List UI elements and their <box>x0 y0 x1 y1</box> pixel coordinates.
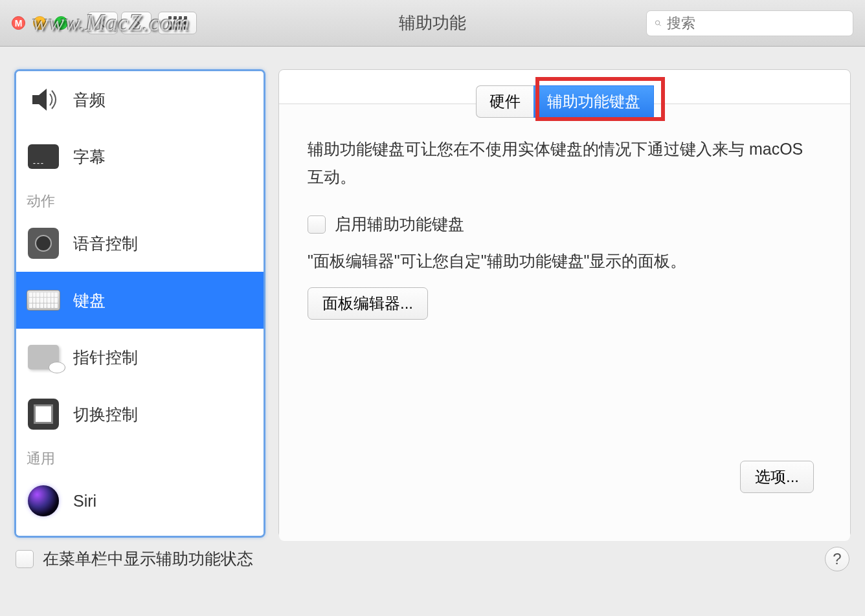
pointer-control-icon <box>27 340 60 374</box>
speaker-icon <box>27 83 60 116</box>
sidebar-item-label: 切换控制 <box>73 404 138 425</box>
search-box[interactable] <box>646 10 853 36</box>
sidebar-item-captions[interactable]: 字幕 <box>16 128 264 185</box>
description-text: 辅助功能键盘可让您在不使用实体键盘的情况下通过键入来与 macOS 互动。 <box>308 135 822 190</box>
tab-hardware[interactable]: 硬件 <box>476 85 534 118</box>
traffic-lights: M <box>12 16 68 30</box>
search-input[interactable] <box>667 15 845 32</box>
content-area: 音频 字幕 动作 语音控制 键盘 指针控制 切换控制 通用 Siri <box>0 47 865 544</box>
show-all-button[interactable] <box>158 12 197 34</box>
segment-control: 硬件 辅助功能键盘 <box>476 85 654 118</box>
help-button[interactable]: ? <box>825 547 849 571</box>
menubar-status-checkbox[interactable] <box>16 550 34 568</box>
svg-point-0 <box>655 20 659 24</box>
checkbox-label: 启用辅助功能键盘 <box>335 214 464 235</box>
forward-button[interactable] <box>121 12 152 34</box>
navigation-buttons <box>87 12 197 34</box>
sidebar-item-label: 键盘 <box>73 290 106 311</box>
svg-line-1 <box>659 24 661 26</box>
siri-icon <box>27 484 60 518</box>
sidebar-section-general: 通用 <box>16 443 264 472</box>
sidebar-item-label: 音频 <box>73 89 106 111</box>
sidebar-item-audio[interactable]: 音频 <box>16 71 264 128</box>
keyboard-icon <box>27 283 60 317</box>
main-panel: 硬件 辅助功能键盘 辅助功能键盘可让您在不使用实体键盘的情况下通过键入来与 ma… <box>278 69 851 538</box>
menubar-status-label: 在菜单栏中显示辅助功能状态 <box>43 548 253 569</box>
switch-control-icon <box>27 397 60 431</box>
enable-checkbox-row[interactable]: 启用辅助功能键盘 <box>308 214 822 235</box>
footer: 在菜单栏中显示辅助功能状态 ? <box>0 544 865 573</box>
search-icon <box>655 16 662 30</box>
chevron-right-icon <box>131 18 142 28</box>
caption-icon <box>27 140 60 173</box>
sidebar-item-shortcut[interactable]: 快捷键 <box>16 529 264 538</box>
chevron-left-icon <box>98 18 108 28</box>
panel-editor-description: "面板编辑器"可让您自定"辅助功能键盘"显示的面板。 <box>308 250 822 272</box>
enable-accessibility-keyboard-checkbox[interactable] <box>308 215 326 234</box>
zoom-window-button[interactable] <box>54 16 68 30</box>
window-title: 辅助功能 <box>399 12 466 34</box>
sidebar-item-voice-control[interactable]: 语音控制 <box>16 215 264 272</box>
options-button[interactable]: 选项... <box>740 461 814 493</box>
sidebar-section-motor: 动作 <box>16 185 264 215</box>
sidebar-item-pointer-control[interactable]: 指针控制 <box>16 329 264 386</box>
sidebar-item-keyboard[interactable]: 键盘 <box>16 272 264 329</box>
tab-accessibility-keyboard[interactable]: 辅助功能键盘 <box>534 85 654 118</box>
back-button[interactable] <box>87 12 118 34</box>
sidebar[interactable]: 音频 字幕 动作 语音控制 键盘 指针控制 切换控制 通用 Siri <box>14 69 265 538</box>
sidebar-item-label: 指针控制 <box>73 347 138 368</box>
grid-icon <box>168 16 187 30</box>
sidebar-item-switch-control[interactable]: 切换控制 <box>16 386 264 443</box>
minimize-window-button[interactable] <box>33 16 47 30</box>
sidebar-item-label: 字幕 <box>73 146 106 168</box>
toolbar: M 辅助功能 <box>0 0 865 47</box>
panel-editor-button[interactable]: 面板编辑器... <box>308 287 428 320</box>
close-window-button[interactable]: M <box>12 16 25 30</box>
voice-control-icon <box>27 226 60 260</box>
sidebar-item-label: 语音控制 <box>73 233 138 254</box>
panel-body: 辅助功能键盘可让您在不使用实体键盘的情况下通过键入来与 macOS 互动。 启用… <box>279 104 850 541</box>
sidebar-item-label: Siri <box>73 492 96 511</box>
sidebar-item-siri[interactable]: Siri <box>16 472 264 529</box>
